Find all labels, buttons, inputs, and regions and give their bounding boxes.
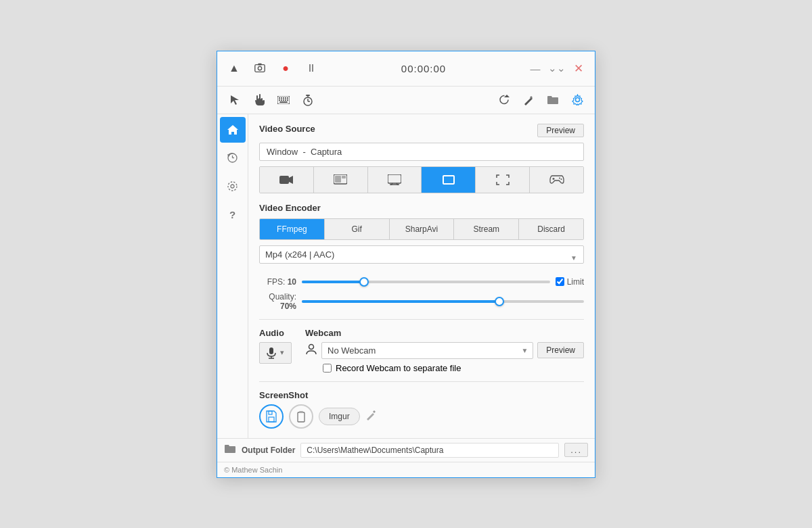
- output-folder-icon: [224, 443, 236, 456]
- fps-fill: [302, 281, 364, 283]
- section-divider-1: [259, 319, 584, 320]
- svg-rect-35: [388, 174, 401, 183]
- screenshot-imgur-btn[interactable]: Imgur: [319, 408, 360, 425]
- svg-rect-5: [279, 97, 280, 99]
- main-layout: ? Video Source Preview: [217, 114, 595, 438]
- quality-track[interactable]: [302, 300, 584, 303]
- webcam-select[interactable]: No Webcam: [321, 342, 533, 359]
- open-folder-tool[interactable]: [543, 91, 562, 110]
- quality-thumb[interactable]: [495, 297, 504, 306]
- webcam-section: Webcam No Webcam Preview: [305, 328, 584, 373]
- pen-tool[interactable]: [519, 91, 538, 110]
- svg-rect-33: [335, 176, 341, 183]
- fps-limit-checkbox[interactable]: [556, 277, 564, 286]
- title-bar: ▲ ● ⏸ 00:00:00 — ⌄⌄ ✕: [217, 51, 595, 87]
- svg-rect-39: [443, 176, 454, 184]
- svg-point-28: [231, 185, 234, 188]
- source-fullscreen-btn[interactable]: [476, 167, 530, 193]
- screenshot-button[interactable]: [250, 58, 270, 78]
- pause-button[interactable]: ⏸: [301, 58, 321, 78]
- audio-section: Audio ▾: [259, 328, 292, 373]
- svg-rect-14: [287, 99, 288, 101]
- webcam-title: Webcam: [305, 328, 584, 338]
- video-source-preview-btn[interactable]: Preview: [537, 124, 584, 137]
- webcam-preview-btn[interactable]: Preview: [537, 342, 584, 358]
- hand-tool[interactable]: [250, 91, 269, 110]
- quality-fill: [302, 300, 499, 303]
- svg-rect-8: [285, 97, 286, 99]
- svg-rect-10: [279, 99, 280, 101]
- sidebar-history[interactable]: [220, 145, 246, 171]
- encoder-tab-group: FFmpeg Gif SharpAvi Stream Discard: [259, 218, 584, 240]
- enc-tab-sharpavi[interactable]: SharpAvi: [390, 219, 455, 239]
- svg-rect-51: [299, 411, 303, 413]
- audio-webcam-row: Audio ▾ Webcam: [259, 328, 584, 373]
- fps-limit-label: Limit: [567, 277, 584, 287]
- settings-tool[interactable]: [568, 91, 587, 110]
- sidebar-help[interactable]: ?: [220, 202, 246, 228]
- enc-tab-discard[interactable]: Discard: [519, 219, 583, 239]
- minimize-button[interactable]: —: [526, 59, 545, 78]
- svg-point-1: [258, 66, 261, 70]
- screenshot-pencil-btn[interactable]: [365, 410, 376, 423]
- fps-label: FPS: 10: [259, 277, 296, 287]
- svg-rect-15: [279, 101, 288, 103]
- section-divider-2: [259, 381, 584, 382]
- enc-tab-gif[interactable]: Gif: [325, 219, 390, 239]
- quality-row: Quality: 70%: [259, 292, 584, 311]
- collapse-button[interactable]: ⌄⌄: [547, 59, 566, 78]
- svg-rect-30: [279, 176, 289, 184]
- svg-marker-21: [504, 95, 510, 97]
- up-button[interactable]: ▲: [224, 58, 244, 78]
- svg-rect-6: [281, 97, 282, 99]
- app-window: ▲ ● ⏸ 00:00:00 — ⌄⌄ ✕: [217, 51, 595, 478]
- svg-rect-48: [269, 417, 274, 422]
- svg-point-43: [560, 178, 562, 180]
- quality-label: Quality: 70%: [259, 292, 296, 311]
- format-select[interactable]: Mp4 (x264 | AAC) Mp4 (x265 | AAC) Webm A…: [259, 245, 584, 264]
- timer-display: 00:00:00: [321, 63, 526, 74]
- refresh-tool[interactable]: [495, 91, 514, 110]
- source-gamepad-btn[interactable]: [530, 167, 583, 193]
- content-area: Video Source Preview: [248, 114, 595, 438]
- source-region-btn[interactable]: [422, 167, 476, 193]
- svg-marker-3: [231, 95, 239, 105]
- screenshot-icons-row: Imgur: [259, 404, 584, 429]
- fps-thumb[interactable]: [359, 277, 369, 287]
- video-source-input[interactable]: [259, 143, 584, 161]
- svg-rect-13: [285, 99, 286, 101]
- cursor-tool[interactable]: [225, 91, 244, 110]
- timer-tool[interactable]: [298, 91, 317, 110]
- copyright-text: © Mathew Sachin: [217, 462, 595, 477]
- output-folder-label: Output Folder: [242, 446, 295, 455]
- screenshot-title: ScreenShot: [259, 390, 584, 400]
- output-more-btn[interactable]: ...: [564, 443, 588, 457]
- video-source-header: Video Source Preview: [259, 124, 584, 138]
- screenshot-save-btn[interactable]: [259, 404, 284, 429]
- svg-rect-50: [298, 412, 304, 422]
- record-button[interactable]: ●: [275, 58, 296, 78]
- enc-tab-stream[interactable]: Stream: [454, 219, 519, 239]
- sidebar-settings[interactable]: [220, 174, 246, 199]
- fps-row: FPS: 10 Limit: [259, 277, 584, 287]
- screenshot-clipboard-btn[interactable]: [289, 404, 313, 429]
- toolbar-right: [495, 91, 587, 110]
- keyboard-tool[interactable]: [274, 91, 293, 110]
- record-webcam-label: Record Webcam to separate file: [336, 363, 461, 373]
- fps-track[interactable]: [302, 281, 550, 283]
- toolbar: [217, 87, 595, 114]
- close-button[interactable]: ✕: [569, 59, 588, 78]
- audio-dropdown-arrow: ▾: [280, 348, 284, 357]
- source-monitor-btn[interactable]: [368, 167, 422, 193]
- enc-tab-ffmpeg[interactable]: FFmpeg: [260, 219, 325, 239]
- source-webcam-btn[interactable]: [260, 167, 314, 193]
- sidebar-home[interactable]: [220, 117, 246, 143]
- source-icon-group: [259, 166, 584, 193]
- record-webcam-checkbox[interactable]: [323, 364, 332, 373]
- audio-mic-btn[interactable]: ▾: [259, 342, 292, 364]
- webcam-icon: [305, 343, 317, 358]
- svg-rect-7: [283, 97, 284, 99]
- record-webcam-row: Record Webcam to separate file: [323, 363, 584, 373]
- svg-rect-9: [287, 97, 288, 99]
- source-monitor-window-btn[interactable]: [314, 167, 368, 193]
